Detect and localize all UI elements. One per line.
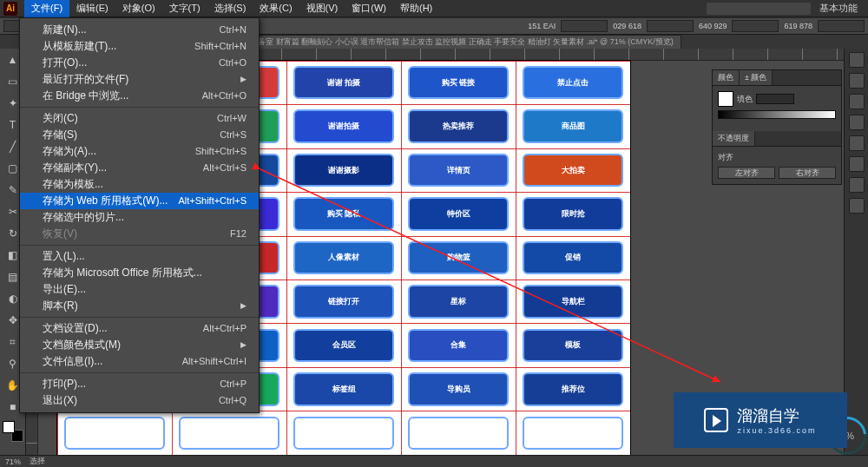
play-icon (704, 408, 728, 432)
w-field[interactable] (732, 20, 779, 32)
artwork-tile[interactable]: 谢谢摄影 (293, 154, 394, 187)
fill-stroke-swatch[interactable] (3, 421, 23, 442)
menu-1[interactable]: 编辑(E) (69, 0, 115, 17)
menu-bar: Ai 文件(F)编辑(E)对象(O)文字(T)选择(S)效果(C)视图(V)窗口… (0, 0, 868, 17)
align-left-button[interactable]: 左对齐 (718, 167, 775, 179)
artwork-tile[interactable]: 谢谢 拍摄 (293, 66, 394, 99)
app-badge-icon: Ai (3, 2, 17, 16)
align-right-button[interactable]: 右对齐 (779, 167, 836, 179)
watermark-title: 溜溜自学 (737, 407, 799, 424)
watermark-badge: 溜溜自学 zixue.3d66.com (674, 392, 847, 448)
transform-readout: 029 618 (613, 22, 641, 30)
menu-item[interactable]: 打印(P)...Ctrl+P (20, 376, 259, 392)
artwork-tile[interactable] (293, 417, 394, 450)
menu-item[interactable]: 存储为 Web 所用格式(W)...Alt+Shift+Ctrl+S (20, 193, 259, 209)
menu-item[interactable]: 文件信息(I)...Alt+Shift+Ctrl+I (20, 353, 259, 370)
artwork-tile[interactable]: 链接打开 (293, 285, 394, 318)
y-field[interactable] (647, 20, 694, 32)
menu-item[interactable]: 存储为(A)...Shift+Ctrl+S (20, 143, 259, 160)
dock-icon-6[interactable] (849, 177, 865, 193)
menu-3[interactable]: 文字(T) (162, 0, 207, 17)
color-value-field[interactable] (756, 94, 794, 104)
menu-item[interactable]: 存储(S)Ctrl+S (20, 127, 259, 143)
menu-item[interactable]: 新建(N)...Ctrl+N (20, 22, 259, 38)
fill-swatch[interactable] (718, 91, 733, 107)
menu-item[interactable]: 关闭(C)Ctrl+W (20, 110, 259, 127)
artwork-tile[interactable]: 推荐位 (523, 372, 623, 405)
menu-item[interactable]: 文档颜色模式(M)▶ (20, 337, 259, 353)
status-info: 选择 (30, 456, 45, 467)
artwork-tile[interactable]: 购买 隐私 (293, 197, 394, 230)
menu-item[interactable]: 置入(L)... (20, 248, 259, 265)
color-panel[interactable]: 颜色 ± 颜色 填色 不透明度 对齐 左对齐 右对齐 (712, 69, 842, 185)
x-field[interactable] (561, 20, 608, 32)
file-menu-dropdown: 新建(N)...Ctrl+N从模板新建(T)...Shift+Ctrl+N打开(… (19, 17, 260, 413)
menu-item[interactable]: 打开(O)...Ctrl+O (20, 55, 259, 71)
menu-item[interactable]: 在 Bridge 中浏览...Alt+Ctrl+O (20, 88, 259, 104)
workspace-switcher[interactable]: 基本功能 (814, 2, 863, 15)
menu-item[interactable]: 从模板新建(T)...Shift+Ctrl+N (20, 38, 259, 55)
menu-0[interactable]: 文件(F) (24, 0, 69, 17)
search-input[interactable] (707, 3, 811, 15)
status-bar: 71% 选择 (0, 455, 868, 467)
artwork-tile[interactable]: 商品图 (523, 109, 623, 142)
artwork-tile[interactable]: 标签组 (293, 372, 394, 405)
artwork-tile[interactable]: 热卖推荐 (408, 109, 509, 142)
panel-tab-color2[interactable]: ± 颜色 (740, 70, 773, 85)
panel-tab-color[interactable]: 颜色 (713, 70, 740, 85)
menu-item[interactable]: 文档设置(D)...Alt+Ctrl+P (20, 320, 259, 337)
artwork-tile[interactable] (64, 417, 165, 450)
artwork-tile[interactable] (408, 417, 509, 450)
transform-readout: 151 EAI (528, 22, 556, 30)
menu-item[interactable]: 存储为模板... (20, 176, 259, 193)
artwork-tile[interactable]: 谢谢拍摄 (293, 109, 394, 142)
artwork-tile[interactable]: 导购员 (408, 372, 509, 405)
artwork-tile[interactable]: 特价区 (408, 197, 509, 230)
menu-4[interactable]: 选择(S) (207, 0, 253, 17)
panel-tab-opacity[interactable]: 不透明度 (713, 131, 755, 146)
menu-item[interactable]: 存储选中的切片... (20, 209, 259, 226)
artwork-tile[interactable]: 详情页 (408, 154, 509, 187)
watermark-subtitle: zixue.3d66.com (737, 426, 816, 435)
transform-readout: 640 929 (699, 22, 727, 30)
artwork-tile[interactable] (179, 417, 279, 450)
artwork-tile[interactable]: 人像素材 (293, 241, 394, 274)
artwork-tile[interactable]: 购买 链接 (408, 66, 509, 99)
dock-icon-1[interactable] (849, 73, 865, 89)
menu-item[interactable]: 导出(E)... (20, 281, 259, 298)
menu-7[interactable]: 窗口(W) (345, 0, 393, 17)
artwork-tile[interactable]: 导航栏 (523, 285, 623, 318)
menu-item[interactable]: 存储副本(Y)...Alt+Ctrl+S (20, 160, 259, 176)
artwork-tile[interactable]: 限时抢 (523, 197, 623, 230)
dock-icon-5[interactable] (849, 156, 865, 172)
spectrum-bar[interactable] (718, 110, 836, 119)
artwork-tile[interactable]: 合集 (408, 329, 509, 362)
artwork-tile[interactable]: 会员区 (293, 329, 394, 362)
menu-item[interactable]: 退出(X)Ctrl+Q (20, 392, 259, 409)
artwork-tile[interactable]: 禁止点击 (523, 66, 623, 99)
dock-icon-4[interactable] (849, 135, 865, 151)
dock-icon-0[interactable] (849, 52, 865, 68)
fill-label: 填色 (737, 94, 753, 105)
menu-item[interactable]: 最近打开的文件(F)▶ (20, 71, 259, 88)
artwork-tile[interactable] (523, 417, 623, 450)
h-field[interactable] (818, 20, 865, 32)
menu-8[interactable]: 帮助(H) (393, 0, 439, 17)
menu-2[interactable]: 对象(O) (115, 0, 162, 17)
dock-icon-3[interactable] (849, 115, 865, 130)
artwork-tile[interactable]: 星标 (408, 285, 509, 318)
menu-5[interactable]: 效果(C) (253, 0, 299, 17)
menu-item: 恢复(V)F12 (20, 226, 259, 242)
artwork-tile[interactable]: 购物篮 (408, 241, 509, 274)
menu-6[interactable]: 视图(V) (299, 0, 345, 17)
artwork-tile[interactable]: 模板 (523, 329, 623, 362)
dock-icon-2[interactable] (849, 94, 865, 109)
dock-icon-7[interactable] (849, 198, 865, 214)
menu-item[interactable]: 存储为 Microsoft Office 所用格式... (20, 265, 259, 281)
zoom-level[interactable]: 71% (5, 457, 21, 466)
transform-readout: 619 878 (784, 22, 812, 30)
artwork-tile[interactable]: 大拍卖 (523, 154, 623, 187)
artwork-tile[interactable]: 促销 (523, 241, 623, 274)
align-label: 对齐 (718, 152, 733, 163)
menu-item[interactable]: 脚本(R)▶ (20, 298, 259, 314)
